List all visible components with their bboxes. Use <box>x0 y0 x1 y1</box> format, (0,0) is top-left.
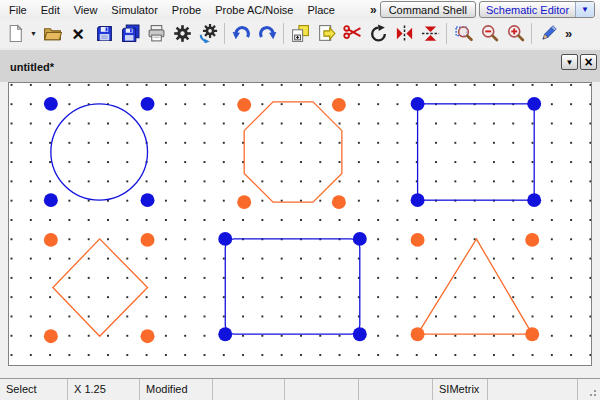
shape-diamond[interactable] <box>53 239 148 336</box>
new-document-dropdown-icon[interactable]: ▼ <box>29 30 38 37</box>
menu-simulator[interactable]: Simulator <box>104 2 164 18</box>
node-dot-blue[interactable] <box>44 193 58 207</box>
document-tab-title[interactable]: untitled* <box>10 61 54 73</box>
menu-file[interactable]: File <box>2 2 34 18</box>
rotate-icon[interactable] <box>366 22 390 46</box>
node-dot-blue[interactable] <box>353 327 367 341</box>
menu-edit[interactable]: Edit <box>34 2 67 18</box>
toolbar-overflow-chevron-icon[interactable]: » <box>562 26 575 41</box>
toolbar-separator <box>224 23 225 44</box>
copy-to-clipboard-icon[interactable] <box>288 22 312 46</box>
shape-rounded-rect[interactable] <box>225 239 360 334</box>
command-shell-label: Command Shell <box>381 4 475 16</box>
flip-vertical-icon[interactable] <box>418 22 442 46</box>
status-empty <box>359 379 433 400</box>
node-dot-blue[interactable] <box>353 232 367 246</box>
status-empty <box>285 379 359 400</box>
node-dot-blue[interactable] <box>218 327 232 341</box>
run-gear-icon[interactable] <box>196 22 220 46</box>
node-dot-orange[interactable] <box>237 195 251 209</box>
node-dot-orange[interactable] <box>525 327 539 341</box>
schematic-shapes-layer <box>9 83 591 365</box>
node-dot-orange[interactable] <box>411 327 425 341</box>
flip-horizontal-icon[interactable] <box>392 22 416 46</box>
new-document-icon[interactable] <box>3 22 27 46</box>
menu-probe-ac-noise[interactable]: Probe AC/Noise <box>208 2 300 18</box>
toolbar-separator <box>446 23 447 44</box>
node-dot-orange[interactable] <box>332 98 346 112</box>
save-icon[interactable] <box>92 22 116 46</box>
node-dot-blue[interactable] <box>141 193 155 207</box>
node-dot-blue[interactable] <box>527 97 541 111</box>
node-dot-blue[interactable] <box>411 97 425 111</box>
status-empty <box>488 379 578 400</box>
shape-square[interactable] <box>418 104 535 200</box>
node-dot-orange[interactable] <box>525 233 539 247</box>
close-document-icon[interactable]: × <box>66 22 90 46</box>
open-folder-icon[interactable] <box>40 22 64 46</box>
toolbar-separator <box>283 23 284 44</box>
node-dot-blue[interactable] <box>218 232 232 246</box>
draw-pencil-icon[interactable] <box>536 22 560 46</box>
menu-probe[interactable]: Probe <box>165 2 208 18</box>
save-all-icon[interactable] <box>118 22 142 46</box>
node-dot-orange[interactable] <box>332 195 346 209</box>
schematic-editor-label: Schematic Editor <box>480 4 575 16</box>
schematic-editor-window: File Edit View Simulator Probe Probe AC/… <box>0 0 600 400</box>
cut-icon[interactable] <box>340 22 364 46</box>
node-dot-orange[interactable] <box>237 98 251 112</box>
toolbar: ▼ × <box>0 19 600 48</box>
schematic-editor-button[interactable]: Schematic Editor ▼ <box>479 1 595 18</box>
resize-grip[interactable] <box>578 379 600 400</box>
shape-triangle[interactable] <box>418 239 533 334</box>
settings-gear-icon[interactable] <box>170 22 194 46</box>
node-dot-orange[interactable] <box>44 329 58 343</box>
tab-buttons: ▼ × <box>561 54 597 70</box>
toolbar-separator <box>531 23 532 44</box>
zoom-in-icon[interactable] <box>503 22 527 46</box>
node-dot-blue[interactable] <box>411 193 425 207</box>
menu-bar: File Edit View Simulator Probe Probe AC/… <box>0 0 600 19</box>
status-app-name: SIMetrix <box>433 379 488 400</box>
zoom-area-icon[interactable] <box>451 22 475 46</box>
command-shell-button[interactable]: Command Shell <box>380 1 476 18</box>
menu-overflow-chevron-icon[interactable]: » <box>367 3 380 17</box>
node-dot-blue[interactable] <box>527 193 541 207</box>
paste-icon[interactable] <box>314 22 338 46</box>
node-dot-orange[interactable] <box>411 233 425 247</box>
canvas-area <box>0 82 600 378</box>
status-mode: Select <box>0 379 68 400</box>
node-dot-orange[interactable] <box>141 329 155 343</box>
menu-place[interactable]: Place <box>300 2 342 18</box>
schematic-editor-dropdown-icon[interactable]: ▼ <box>575 2 594 17</box>
document-tab-bar: untitled* ▼ × <box>0 48 600 82</box>
shape-octagon[interactable] <box>244 102 342 202</box>
print-icon[interactable] <box>144 22 168 46</box>
status-bar: Select X 1.25 Modified SIMetrix <box>0 378 600 400</box>
node-dot-blue[interactable] <box>141 97 155 111</box>
menu-view[interactable]: View <box>67 2 105 18</box>
status-zoom: X 1.25 <box>68 379 140 400</box>
node-dot-orange[interactable] <box>141 233 155 247</box>
schematic-canvas[interactable] <box>8 82 592 366</box>
node-dot-blue[interactable] <box>44 97 58 111</box>
node-dot-orange[interactable] <box>44 233 58 247</box>
zoom-out-icon[interactable] <box>477 22 501 46</box>
redo-icon[interactable] <box>255 22 279 46</box>
shape-circle[interactable] <box>51 104 148 200</box>
resize-grip-icon <box>587 387 597 397</box>
tab-close-button[interactable]: × <box>580 54 597 70</box>
status-empty <box>213 379 285 400</box>
status-modified: Modified <box>140 379 213 400</box>
tab-list-dropdown-button[interactable]: ▼ <box>561 54 578 70</box>
undo-icon[interactable] <box>229 22 253 46</box>
